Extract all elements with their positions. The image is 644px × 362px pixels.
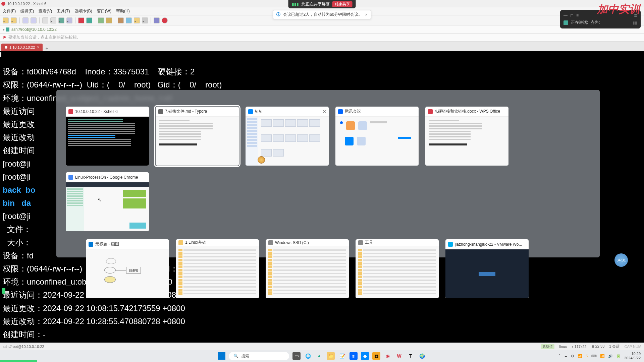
tray-icon[interactable]: ⚙ xyxy=(571,354,574,358)
term-line: 最近改动：2024-09-22 10:28:55.470880728 +0800 xyxy=(3,317,185,326)
reconnect-button[interactable] xyxy=(86,17,92,23)
wechat-icon[interactable]: ● xyxy=(315,352,323,360)
color-button[interactable] xyxy=(134,17,140,23)
fullscreen-button[interactable] xyxy=(98,17,104,23)
chevron-up-icon[interactable]: ˄ xyxy=(558,354,560,358)
separator xyxy=(151,17,151,23)
status-left: ssh://root@10.10.0.10:22 xyxy=(3,345,541,349)
window-header: 钉钉× xyxy=(246,107,329,117)
find-button[interactable] xyxy=(42,17,48,23)
app-icon[interactable]: ▦ xyxy=(372,352,380,360)
tray-icon[interactable]: S xyxy=(586,354,588,358)
disconnect-button[interactable] xyxy=(78,17,84,23)
address-text: ssh://root@10.10.0.10:22 xyxy=(11,27,57,32)
add-tab-button[interactable]: + xyxy=(43,46,51,51)
about-button[interactable] xyxy=(162,17,168,23)
term-line: 大小： xyxy=(3,238,31,247)
globe-button[interactable] xyxy=(58,17,64,23)
paste-button[interactable] xyxy=(31,17,37,23)
app-icon xyxy=(158,109,163,114)
close-icon[interactable]: × xyxy=(323,109,326,115)
wps-icon[interactable]: W xyxy=(395,352,403,360)
browser-icon[interactable]: 🌍 xyxy=(418,352,426,360)
end-share-button[interactable]: 结束共享 xyxy=(332,1,353,7)
term-line: 最近改动 xyxy=(3,133,35,142)
highlight-button[interactable] xyxy=(126,17,132,23)
key-button[interactable] xyxy=(118,17,124,23)
alt-tab-window[interactable]: Windows-SSD (C:) xyxy=(266,239,349,298)
menu-icon[interactable]: ≡ xyxy=(576,13,579,18)
copy-button[interactable] xyxy=(22,17,29,23)
window-icon[interactable]: ◻ xyxy=(570,13,574,18)
keyboard-icon[interactable]: ⌨ xyxy=(591,354,597,358)
window-title: 工具 xyxy=(365,240,373,245)
window-thumbnail xyxy=(156,117,239,166)
notepad-icon[interactable]: 📝 xyxy=(338,352,346,360)
term-line: 设备：fd00h/64768d Inode：33575031 硬链接：2 xyxy=(3,67,195,76)
font-button[interactable] xyxy=(66,17,72,23)
battery-icon[interactable]: 🔋 xyxy=(616,354,621,358)
status-right: SSH2 linux ↕ 117x22 ⊞ 22,33 1 会话 CAP NUM xyxy=(541,344,641,349)
alt-tab-window[interactable]: 钉钉× xyxy=(246,107,329,166)
explorer-icon[interactable]: 📁 xyxy=(327,352,335,360)
menu-tools[interactable]: 工具(T) xyxy=(57,8,70,14)
start-button[interactable] xyxy=(218,352,225,360)
taskbar-search[interactable]: 🔍 搜索 xyxy=(229,352,289,360)
volume-icon[interactable]: 🔊 xyxy=(608,354,613,358)
window-title: Linux-ProcessOn - Google Chrome xyxy=(75,175,138,180)
alt-tab-window[interactable]: 7.链接文件.md - Typora xyxy=(156,107,239,166)
alt-tab-window[interactable]: 4.硬链接和软链接.docx - WPS Office xyxy=(425,107,508,166)
menu-edit[interactable]: 编辑(E) xyxy=(20,8,34,14)
clock-time: 10:29 xyxy=(624,352,641,356)
system-tray: ˄ ☁ ⚙ 📶 S ⌨ 📶 🔊 🔋 10:29 2024/9/22 xyxy=(558,352,641,360)
taskbar-clock[interactable]: 10:29 2024/9/22 xyxy=(624,352,641,360)
term-line: [root@ji xyxy=(3,172,31,181)
tool-button[interactable] xyxy=(50,17,56,23)
chrome-icon[interactable]: 🌐 xyxy=(304,352,312,360)
lock-button[interactable] xyxy=(106,17,112,23)
close-icon[interactable]: × xyxy=(365,12,368,17)
typora-icon[interactable]: T xyxy=(407,352,415,360)
layout-button[interactable] xyxy=(142,17,148,23)
separator xyxy=(75,17,75,23)
menu-window[interactable]: 窗口(W) xyxy=(97,8,111,14)
alt-tab-window[interactable]: 1.Linux基础 xyxy=(176,239,259,298)
wifi-icon[interactable]: 📶 xyxy=(600,354,605,358)
alt-tab-window[interactable]: 无标题 - 画图目录项 xyxy=(86,239,169,298)
session-tab[interactable]: 1 10.10.0.10:22 × xyxy=(1,44,43,51)
close-icon[interactable]: × xyxy=(37,45,39,50)
menu-file[interactable]: 文件(F) xyxy=(3,8,16,14)
alt-tab-window[interactable]: 腾讯会议 xyxy=(335,107,419,166)
minimize-icon[interactable]: — xyxy=(564,13,568,18)
menu-tabs[interactable]: 选项卡(B) xyxy=(75,8,92,14)
alt-tab-window[interactable]: Linux-ProcessOn - Google Chrome↖ xyxy=(66,172,149,231)
window-title: 4.硬链接和软链接.docx - WPS Office xyxy=(435,109,500,114)
open-button[interactable] xyxy=(11,17,17,23)
alt-tab-window[interactable]: 10.10.0.10:22 - Xshell 6 xyxy=(66,107,149,166)
separator xyxy=(95,17,95,23)
window-header: jiazhong-shangluo-22 - VMware Wo... xyxy=(445,239,529,249)
alt-tab-window[interactable]: jiazhong-shangluo-22 - VMware Wo... xyxy=(445,239,529,298)
window-thumbnail xyxy=(176,246,259,298)
speaking-label: 正在讲话: xyxy=(571,20,588,25)
new-session-button[interactable] xyxy=(3,17,9,23)
window-header: 工具 xyxy=(356,239,439,246)
cloud-icon[interactable]: ☁ xyxy=(564,354,568,358)
tray-icon[interactable]: 📶 xyxy=(578,354,582,358)
alt-tab-window[interactable]: 工具 xyxy=(356,239,439,298)
help-button[interactable] xyxy=(154,17,160,23)
tencent-meeting-icon[interactable]: m xyxy=(350,352,358,360)
app-icon xyxy=(1,2,5,6)
menu-help[interactable]: 帮助(H) xyxy=(116,8,130,14)
tab-bar: 1 10.10.0.10:22 × + xyxy=(0,42,644,51)
dingtalk-icon[interactable]: ◆ xyxy=(361,352,369,360)
menu-view[interactable]: 查看(V) xyxy=(39,8,52,14)
taskview-icon[interactable]: ▭ xyxy=(292,352,301,360)
xshell-taskbar-icon[interactable]: ◉ xyxy=(384,352,392,360)
address-bar[interactable]: ▸ ssh://root@10.10.0.10:22 xyxy=(0,25,644,34)
microphone-icon[interactable] xyxy=(564,20,568,25)
app-icon xyxy=(68,109,73,114)
hint-bar: ⚑ 要添加当前会话，点击左侧的箭头按钮。 xyxy=(0,34,644,42)
timer-badge[interactable]: 34:31 xyxy=(614,253,628,267)
tab-label: 1 10.10.0.10:22 xyxy=(9,45,35,49)
